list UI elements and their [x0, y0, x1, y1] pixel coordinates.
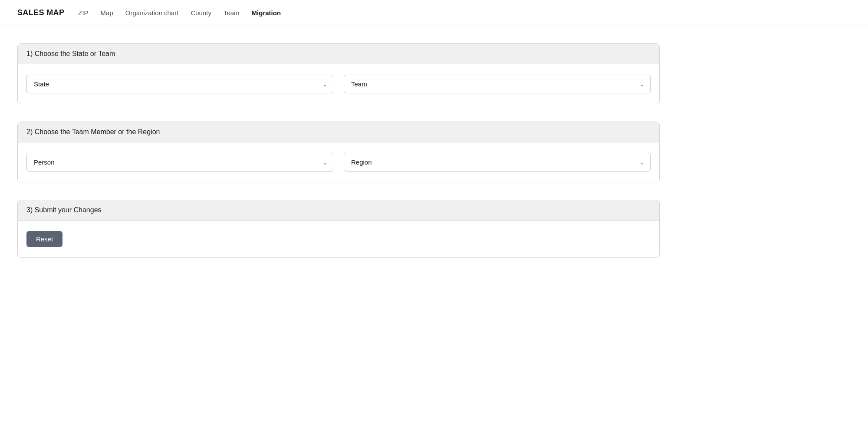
section3-header: 3) Submit your Changes — [18, 200, 659, 221]
section1: 1) Choose the State or TeamState⌄Team⌄ — [17, 43, 660, 104]
state-dropdown[interactable]: State — [26, 75, 333, 93]
section2-header: 2) Choose the Team Member or the Region — [18, 122, 659, 142]
section1-body: State⌄Team⌄ — [18, 64, 659, 104]
region-dropdown[interactable]: Region — [344, 153, 651, 171]
team-dropdown-wrapper: Team⌄ — [344, 75, 651, 93]
team-dropdown[interactable]: Team — [344, 75, 651, 93]
nav-item-organization-chart[interactable]: Organization chart — [125, 9, 179, 16]
section3: 3) Submit your ChangesReset — [17, 200, 660, 258]
person-dropdown-wrapper: Person⌄ — [26, 153, 333, 171]
nav-item-county[interactable]: County — [191, 9, 211, 16]
nav-item-map[interactable]: Map — [101, 9, 113, 16]
main-content: 1) Choose the State or TeamState⌄Team⌄2)… — [0, 26, 677, 293]
section1-header: 1) Choose the State or Team — [18, 44, 659, 64]
main-nav: ZIPMapOrganization chartCountyTeamMigrat… — [78, 9, 281, 16]
person-dropdown[interactable]: Person — [26, 153, 333, 171]
nav-item-migration[interactable]: Migration — [252, 9, 281, 16]
section2-body: Person⌄Region⌄ — [18, 142, 659, 182]
nav-item-zip[interactable]: ZIP — [78, 9, 88, 16]
state-dropdown-wrapper: State⌄ — [26, 75, 333, 93]
app-header: SALES MAP ZIPMapOrganization chartCounty… — [0, 0, 868, 26]
region-dropdown-wrapper: Region⌄ — [344, 153, 651, 171]
section3-body: Reset — [18, 221, 659, 257]
brand-title: SALES MAP — [17, 8, 64, 17]
reset-button[interactable]: Reset — [26, 231, 62, 247]
section2: 2) Choose the Team Member or the RegionP… — [17, 122, 660, 182]
nav-item-team[interactable]: Team — [224, 9, 240, 16]
